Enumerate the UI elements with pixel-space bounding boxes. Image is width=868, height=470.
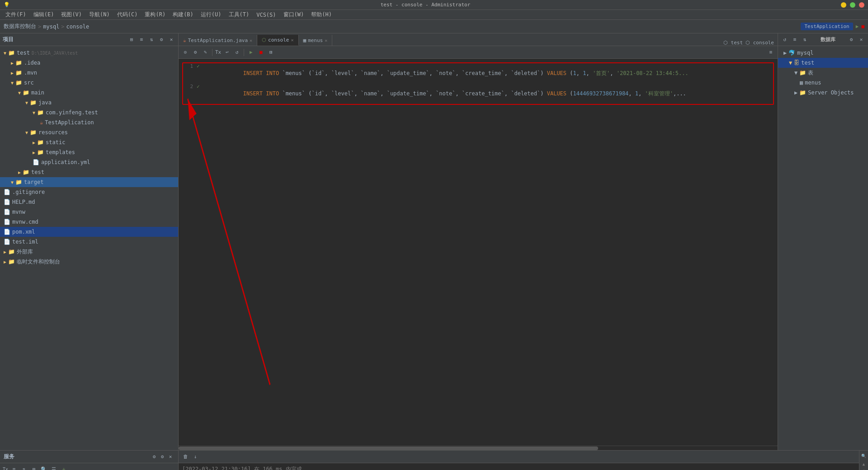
svc-sort-button[interactable]: ⇅	[20, 465, 28, 470]
project-title: 项目	[3, 36, 14, 43]
editor-scrollbar[interactable]	[179, 446, 778, 450]
tab-menus-label: menus	[308, 38, 323, 43]
db-close-button[interactable]: ✕	[857, 36, 865, 44]
db-filter-button[interactable]: ⇅	[801, 36, 809, 44]
svc-more-button[interactable]: ☰	[50, 465, 58, 470]
menu-bar: 文件(F) 编辑(E) 视图(V) 导航(N) 代码(C) 重构(R) 构建(B…	[0, 10, 868, 20]
maximize-button[interactable]	[850, 2, 855, 8]
tree-item-gitignore[interactable]: 📄 .gitignore	[0, 187, 178, 197]
sql-line-1: 1 ✓ INSERT INTO `menus` (`id`, `level`, …	[183, 63, 773, 84]
tab-menus-close[interactable]: ✕	[325, 38, 327, 43]
svc-close-button[interactable]: ✕	[166, 453, 175, 461]
tree-item-templates[interactable]: ▶ 📁 templates	[0, 147, 178, 157]
db-tree-server[interactable]: ▶ 📁 Server Objects	[778, 88, 868, 98]
tab-console[interactable]: ⬡ console ✕	[257, 35, 298, 46]
minimize-button[interactable]	[841, 2, 846, 8]
console-scroll-button[interactable]: ↓	[191, 453, 199, 461]
tree-item-com[interactable]: ▼ 📁 com.yinfeng.test	[0, 108, 178, 118]
tree-item-resources[interactable]: ▼ 📁 resources	[0, 127, 178, 137]
tree-item-test2[interactable]: ▶ 📁 test	[0, 167, 178, 177]
db-tree-test[interactable]: ▼ 🗄 test	[778, 58, 868, 68]
stop-button[interactable]: ■	[861, 24, 864, 29]
collapse-all-button[interactable]: ⊞	[127, 36, 136, 44]
tree-item-mvnwcmd[interactable]: 📄 mvnw.cmd	[0, 217, 178, 227]
svc-settings-button[interactable]: ⚙	[150, 453, 158, 461]
services-title: 服务	[4, 453, 14, 461]
menu-edit[interactable]: 编辑(E)	[30, 10, 58, 19]
menu-run[interactable]: 运行(U)	[197, 10, 225, 19]
console-search-button[interactable]: 🔍	[860, 452, 868, 460]
console-toolbar: 🗑 ↓	[179, 451, 859, 463]
breadcrumb-mysql: mysql	[43, 24, 59, 30]
services-toolbar: Tx ≡ ⇅ ⊞ 🔍 ☰ +	[0, 463, 178, 470]
export-button[interactable]: ⊞	[267, 48, 275, 56]
menu-code[interactable]: 代码(C)	[113, 10, 142, 19]
db-refresh-button[interactable]: ↺	[781, 36, 789, 44]
tree-item-target[interactable]: ▼ 📁 target	[0, 177, 178, 187]
db-tree-menus[interactable]: ▦ menus	[778, 78, 868, 88]
tab-console-close[interactable]: ✕	[291, 38, 293, 42]
close-button[interactable]	[859, 2, 864, 8]
tab-menus[interactable]: ▦ menus ✕	[299, 35, 333, 46]
stop2-button[interactable]: ■	[257, 48, 265, 56]
settings2-button[interactable]: ⚙	[191, 48, 199, 56]
separator	[212, 49, 212, 56]
svc-group-button[interactable]: ⊞	[30, 465, 38, 470]
menu-build[interactable]: 构建(B)	[169, 10, 197, 19]
menu-window[interactable]: 窗口(W)	[280, 10, 308, 19]
tree-item-java[interactable]: ▼ 📁 java	[0, 98, 178, 108]
rollback-button[interactable]: ↺	[233, 48, 241, 56]
format-button[interactable]: ✎	[201, 48, 209, 56]
tree-item-src[interactable]: ▼ 📁 src	[0, 78, 178, 88]
svc-list-button[interactable]: ≡	[10, 465, 18, 470]
tx-label: Tx	[215, 49, 221, 55]
commit-button[interactable]: ↩	[223, 48, 231, 56]
tree-item-mvnw[interactable]: 📄 mvnw	[0, 207, 178, 217]
svc-add-button[interactable]: +	[60, 465, 68, 470]
tab-testapp-label: TestApplication.java	[188, 38, 248, 43]
tab-testapp[interactable]: ☕ TestApplication.java ✕	[179, 35, 257, 46]
tree-item-testapp[interactable]: ☕ TestApplication	[0, 118, 178, 127]
tree-item-main[interactable]: ▼ 📁 main	[0, 88, 178, 98]
tab-testapp-close[interactable]: ✕	[250, 38, 252, 43]
db-panel-toolbar: ↺ ≡ ⇅ 数据库 ⚙ ✕	[778, 33, 868, 46]
console-up-button[interactable]: ▲	[860, 461, 868, 468]
settings-button[interactable]: ⚙	[157, 36, 165, 44]
run-button[interactable]: ▶	[856, 24, 859, 29]
tree-item-external[interactable]: ▶ 📁 外部库	[0, 247, 178, 257]
db-add-button[interactable]: ≡	[791, 36, 799, 44]
breadcrumb-db: 数据库控制台	[4, 23, 36, 30]
db-settings-button[interactable]: ⚙	[847, 36, 855, 44]
menu-file[interactable]: 文件(F)	[2, 10, 30, 19]
sql-editor[interactable]: 1 ✓ INSERT INTO `menus` (`id`, `level`, …	[179, 59, 778, 446]
more-button[interactable]: ≡	[767, 48, 775, 56]
db-tree-mysql[interactable]: ▶ 🐬 mysql	[778, 48, 868, 58]
menu-view[interactable]: 视图(V)	[57, 10, 85, 19]
console-clear-button[interactable]: 🗑	[181, 453, 189, 461]
tree-item-appyml[interactable]: 📄 application.yml	[0, 157, 178, 167]
menu-help[interactable]: 帮助(H)	[307, 10, 335, 19]
console-content[interactable]: [2022-03-12 21:30:16] 在 166 ms 内完成 test>…	[179, 463, 859, 470]
svc-gear-button[interactable]: ⚙	[158, 453, 166, 461]
tree-item-helpmd[interactable]: 📄 HELP.md	[0, 197, 178, 207]
tree-item-temp[interactable]: ▶ 📁 临时文件和控制台	[0, 257, 178, 267]
tree-item-static[interactable]: ▶ 📁 static	[0, 137, 178, 147]
db-tree-tables[interactable]: ▼ 📁 表	[778, 68, 868, 78]
tree-item-idea[interactable]: ▶ 📁 .idea	[0, 58, 178, 68]
exec-button[interactable]: ▶	[247, 48, 255, 56]
close-panel-button[interactable]: ✕	[167, 36, 175, 44]
history-button[interactable]: ⊙	[181, 48, 189, 56]
expand-button[interactable]: ≡	[137, 36, 146, 44]
tree-item-testiml[interactable]: 📄 test.iml	[0, 237, 178, 247]
app-icon: 💡	[4, 2, 10, 8]
menu-refactor[interactable]: 重构(R)	[141, 10, 169, 19]
svc-filter-button[interactable]: 🔍	[40, 465, 48, 470]
tree-item-pomxml[interactable]: 📄 pom.xml	[0, 227, 178, 237]
tree-item-test[interactable]: ▼ 📁 test D:\IDEA_JAVA\test	[0, 48, 178, 58]
title-bar-right	[841, 2, 864, 8]
menu-tools[interactable]: 工具(T)	[225, 10, 253, 19]
menu-vcs[interactable]: VCS(S)	[253, 11, 279, 19]
sort-button[interactable]: ⇅	[147, 36, 156, 44]
menu-nav[interactable]: 导航(N)	[85, 10, 113, 19]
tree-item-mvn[interactable]: ▶ 📁 .mvn	[0, 68, 178, 78]
